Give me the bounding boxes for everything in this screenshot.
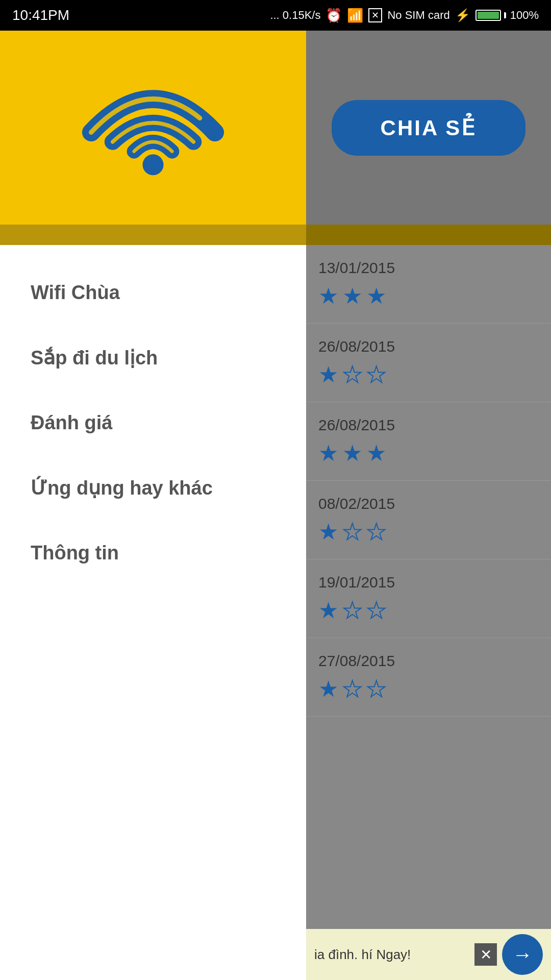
star-4-1: ★: [318, 519, 338, 545]
star-6-1: ★: [318, 676, 338, 702]
stars-row-1: ★ ★ ★: [318, 283, 539, 309]
status-time: 10:41PM: [12, 7, 69, 23]
left-gold-bar: [0, 225, 306, 245]
menu-item-sap-di[interactable]: Sắp đi du lịch: [0, 325, 306, 390]
menu-list: Wifi Chùa Sắp đi du lịch Đánh giá Ứng dụ…: [0, 245, 306, 601]
star-1-3: ★: [366, 283, 386, 309]
star-6-2: ★: [342, 676, 362, 702]
status-bar: 10:41PM ... 0.15K/s ⏰ 📶 ✕ No SIM card ⚡ …: [0, 0, 551, 31]
review-item-6: 27/08/2015 ★ ★ ★: [306, 638, 551, 717]
chia-se-button[interactable]: CHIA SẺ: [332, 100, 525, 156]
menu-item-danh-gia[interactable]: Đánh giá: [0, 390, 306, 455]
wifi-status-icon: 📶: [347, 8, 363, 23]
battery-container: 100%: [475, 9, 539, 22]
star-3-2: ★: [342, 440, 362, 466]
menu-item-wifi-chua[interactable]: Wifi Chùa: [0, 260, 306, 325]
star-1-2: ★: [342, 283, 362, 309]
x-icon: ✕: [368, 8, 382, 22]
review-item-2: 26/08/2015 ★ ★ ★: [306, 324, 551, 402]
star-5-1: ★: [318, 597, 338, 623]
star-3-3: ★: [366, 440, 386, 466]
svg-point-0: [142, 154, 163, 175]
wifi-app-icon: [82, 77, 224, 179]
menu-item-ung-dung[interactable]: Ứng dụng hay khác: [0, 455, 306, 521]
ad-arrow-icon: →: [512, 943, 533, 966]
ad-banner: ia đình. hí Ngay! ✕ →: [306, 929, 551, 980]
star-1-1: ★: [318, 283, 338, 309]
battery-bar: [475, 10, 501, 21]
menu-item-thong-tin[interactable]: Thông tin: [0, 521, 306, 585]
star-6-3: ★: [366, 676, 386, 702]
no-sim-label: No SIM card: [387, 9, 449, 22]
stars-row-3: ★ ★ ★: [318, 440, 539, 466]
ad-arrow-button[interactable]: →: [502, 934, 543, 975]
status-right: ... 0.15K/s ⏰ 📶 ✕ No SIM card ⚡ 100%: [270, 8, 539, 23]
star-5-2: ★: [342, 597, 362, 623]
star-4-3: ★: [366, 519, 386, 545]
right-header-bg: CHIA SẺ: [306, 31, 551, 225]
left-panel: Wifi Chùa Sắp đi du lịch Đánh giá Ứng dụ…: [0, 31, 306, 980]
right-gold-bar: [306, 225, 551, 245]
reviews-list: 13/01/2015 ★ ★ ★ 26/08/2015 ★ ★ ★ 26/08/…: [306, 245, 551, 717]
stars-row-2: ★ ★ ★: [318, 361, 539, 387]
stars-row-4: ★ ★ ★: [318, 519, 539, 545]
review-item-4: 08/02/2015 ★ ★ ★: [306, 481, 551, 559]
star-2-2: ★: [342, 361, 362, 387]
star-4-2: ★: [342, 519, 362, 545]
review-item-3: 26/08/2015 ★ ★ ★: [306, 402, 551, 481]
star-5-3: ★: [366, 597, 386, 623]
battery-percent: 100%: [510, 9, 539, 22]
battery-fill: [478, 12, 499, 19]
network-speed: ... 0.15K/s: [270, 9, 320, 22]
stars-row-5: ★ ★ ★: [318, 597, 539, 623]
stars-row-6: ★ ★ ★: [318, 676, 539, 702]
left-header: [0, 31, 306, 225]
right-panel: CHIA SẺ 13/01/2015 ★ ★ ★ 26/08/2015 ★: [306, 31, 551, 980]
main-container: Wifi Chùa Sắp đi du lịch Đánh giá Ứng dụ…: [0, 31, 551, 980]
alarm-icon: ⏰: [325, 8, 342, 23]
star-2-3: ★: [366, 361, 386, 387]
charging-icon: ⚡: [455, 8, 470, 22]
review-item-1: 13/01/2015 ★ ★ ★: [306, 245, 551, 324]
ad-text: ia đình. hí Ngay!: [314, 947, 474, 963]
star-3-1: ★: [318, 440, 338, 466]
ad-close-button[interactable]: ✕: [474, 943, 497, 966]
battery-tip: [504, 12, 506, 18]
review-item-5: 19/01/2015 ★ ★ ★: [306, 559, 551, 638]
wifi-svg-icon: [82, 77, 224, 179]
star-2-1: ★: [318, 361, 338, 387]
